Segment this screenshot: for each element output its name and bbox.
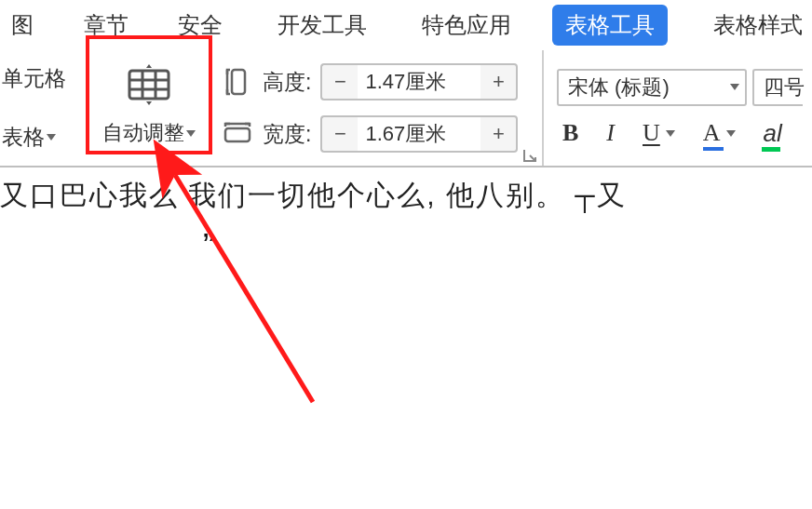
width-spinner: − 1.67厘米 + <box>320 115 518 153</box>
font-size-combo[interactable]: 四号 <box>752 69 803 106</box>
col-width-control: 宽度: − 1.67厘米 + <box>222 115 542 153</box>
height-value-input[interactable]: 1.47厘米 <box>358 63 480 100</box>
italic-button[interactable]: I <box>606 119 615 147</box>
font-family-value: 宋体 (标题) <box>568 74 670 101</box>
auto-adjust-button[interactable]: 自动调整 <box>88 50 210 166</box>
tab-view[interactable]: 图 <box>2 5 43 46</box>
tab-dev-tools[interactable]: 开发工具 <box>268 5 376 46</box>
tab-chapter[interactable]: 章节 <box>74 5 138 46</box>
chevron-down-icon <box>47 134 56 141</box>
tab-security[interactable]: 安全 <box>169 5 232 46</box>
chevron-down-icon <box>666 130 675 137</box>
width-decrease-button[interactable]: − <box>320 115 358 153</box>
font-size-value: 四号 <box>764 74 805 101</box>
height-increase-button[interactable]: + <box>480 63 518 100</box>
svg-rect-7 <box>225 128 250 141</box>
document-close-quote: ” <box>203 227 214 266</box>
ribbon-group-dimensions: 高度: − 1.47厘米 + 宽度: − 1.67厘米 + <box>210 50 544 166</box>
row-height-icon <box>222 66 253 98</box>
ribbon-group-font: 宋体 (标题) 四号 B I U A al <box>544 50 812 166</box>
chevron-down-icon <box>186 130 196 137</box>
table-label: 表格 <box>2 123 45 152</box>
chevron-down-icon <box>730 84 739 90</box>
font-color-letter: A <box>703 119 721 147</box>
width-value-input[interactable]: 1.67厘米 <box>358 115 480 153</box>
menu-bar: 图 章节 安全 开发工具 特色应用 表格工具 表格样式 <box>0 0 812 50</box>
table-dropdown[interactable]: 表格 <box>2 123 84 152</box>
document-area[interactable]: 又口巴心我么 我们一切他个心么, 他八别。 ┬又 ” <box>0 167 812 509</box>
svg-rect-0 <box>129 71 169 99</box>
chevron-down-icon <box>726 130 736 137</box>
svg-rect-5 <box>232 70 245 94</box>
bold-button[interactable]: B <box>562 119 578 147</box>
height-decrease-button[interactable]: − <box>320 63 358 100</box>
cell-dropdown[interactable]: 单元格 <box>2 64 84 93</box>
underline-letter: U <box>643 119 660 147</box>
height-label: 高度: <box>263 68 311 97</box>
tab-table-style[interactable]: 表格样式 <box>704 5 812 46</box>
cell-label: 单元格 <box>2 64 66 93</box>
tab-special-apps[interactable]: 特色应用 <box>413 5 521 46</box>
font-family-combo[interactable]: 宋体 (标题) <box>557 69 747 106</box>
width-label: 宽度: <box>263 120 311 149</box>
row-height-control: 高度: − 1.47厘米 + <box>222 63 542 100</box>
underline-button[interactable]: U <box>643 119 675 147</box>
width-increase-button[interactable]: + <box>480 115 518 153</box>
highlight-swatch <box>762 147 780 152</box>
auto-adjust-table-icon <box>120 63 178 106</box>
highlight-button[interactable]: al <box>764 119 782 148</box>
highlight-letter: al <box>764 119 782 148</box>
col-width-icon <box>222 118 253 150</box>
ribbon-group-cell-table: 单元格 表格 <box>0 50 84 166</box>
ribbon: 单元格 表格 自动调整 <box>0 50 812 167</box>
font-color-button[interactable]: A <box>703 119 736 147</box>
font-color-swatch <box>703 147 724 151</box>
tab-table-tools[interactable]: 表格工具 <box>552 5 668 46</box>
height-spinner: − 1.47厘米 + <box>320 63 518 100</box>
auto-adjust-label: 自动调整 <box>102 119 184 147</box>
dialog-launcher-icon[interactable] <box>521 147 538 164</box>
document-text-line: 又口巴心我么 我们一切他个心么, 他八别。 ┬又 <box>0 177 627 215</box>
